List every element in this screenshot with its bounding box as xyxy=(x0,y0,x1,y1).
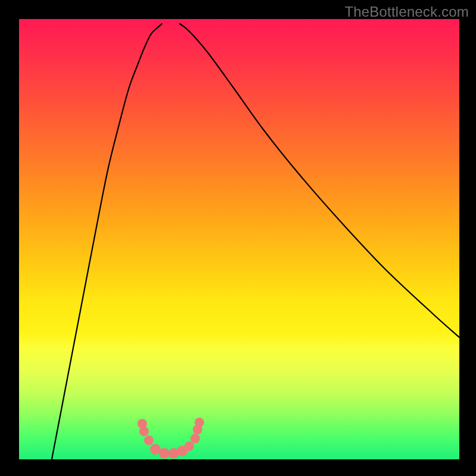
marker-right-2 xyxy=(184,441,194,451)
chart-frame: TheBottleneck.com xyxy=(0,0,476,476)
marker-left-4 xyxy=(159,448,170,459)
marker-right-5 xyxy=(195,418,204,427)
marker-right-3 xyxy=(190,434,200,443)
marker-left-2 xyxy=(144,436,154,445)
marker-left-1 xyxy=(139,427,149,436)
markers-group xyxy=(137,418,204,459)
left-branch-curve xyxy=(52,24,162,459)
right-branch-curve xyxy=(180,24,459,337)
curve-layer xyxy=(19,19,459,459)
watermark-text: TheBottleneck.com xyxy=(345,4,469,20)
plot-area xyxy=(19,19,459,459)
